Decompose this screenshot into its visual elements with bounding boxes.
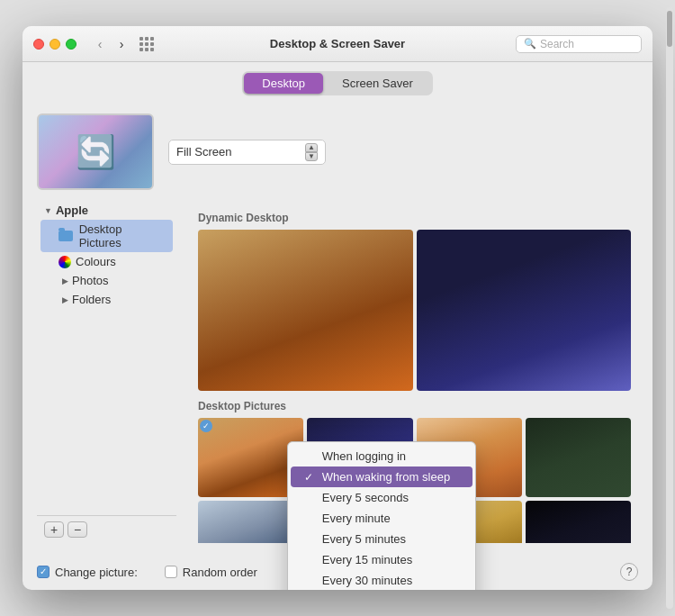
dropdown-item-logging-in[interactable]: When logging in — [288, 446, 475, 467]
tab-group: Desktop Screen Saver — [242, 71, 432, 95]
folder-icon — [58, 231, 73, 241]
window-title: Desktop & Screen Saver — [270, 37, 405, 50]
dropdown-item-5min[interactable]: Every 5 minutes — [288, 529, 475, 549]
dynamic-desktop-title: Dynamic Desktop — [198, 212, 631, 224]
folders-triangle: ▶ — [62, 295, 68, 304]
colours-icon — [58, 256, 71, 268]
preview-thumbnail: 🔄 — [37, 113, 154, 190]
search-box[interactable]: 🔍 — [516, 35, 642, 53]
dropdown-item-waking[interactable]: ✓ When waking from sleep — [291, 467, 472, 487]
dropdown-item-15min[interactable]: Every 15 minutes — [288, 549, 475, 570]
gallery-thumb-4[interactable] — [526, 418, 631, 497]
photos-triangle: ▶ — [62, 276, 68, 285]
sidebar-item-desktop-pictures[interactable]: Desktop Pictures — [40, 220, 173, 252]
stepper-up[interactable]: ▲ — [305, 143, 318, 152]
minimize-button[interactable] — [50, 39, 60, 50]
tabs-bar: Desktop Screen Saver — [22, 62, 652, 103]
dropdown-menu: When logging in ✓ When waking from sleep… — [287, 441, 476, 590]
sidebar-item-photos[interactable]: ▶ Photos — [37, 271, 176, 290]
photos-label: Photos — [72, 274, 108, 287]
forward-arrow[interactable]: › — [112, 35, 130, 53]
random-order-row: Random order — [165, 566, 257, 579]
sidebar: ▼ Apple Desktop Pictures Colours ▶ Photo… — [37, 201, 176, 543]
tab-screen-saver[interactable]: Screen Saver — [324, 73, 431, 94]
desktop-pictures-label: Desktop Pictures — [79, 222, 166, 249]
stepper-down[interactable]: ▼ — [305, 152, 318, 161]
fill-screen-select[interactable]: Fill Screen ▲ ▼ — [168, 140, 326, 165]
search-icon: 🔍 — [524, 38, 536, 50]
dropdown-item-5sec[interactable]: Every 5 seconds — [288, 487, 475, 508]
sidebar-apple-section[interactable]: ▼ Apple — [37, 201, 176, 220]
change-picture-label: Change picture: — [55, 566, 138, 579]
dynamic-desktop-grid — [198, 230, 631, 391]
random-order-checkbox[interactable] — [165, 566, 177, 578]
sidebar-item-folders[interactable]: ▶ Folders — [37, 290, 176, 309]
fill-screen-label: Fill Screen — [176, 145, 231, 159]
gallery-thumb-dd1[interactable] — [198, 230, 413, 391]
titlebar: ‹ › Desktop & Screen Saver 🔍 — [22, 26, 652, 62]
traffic-lights — [33, 39, 76, 50]
sidebar-content: ▼ Apple Desktop Pictures Colours ▶ Photo… — [37, 201, 176, 515]
sidebar-apple-label: Apple — [56, 204, 88, 217]
tab-desktop[interactable]: Desktop — [244, 73, 323, 94]
sidebar-item-colours[interactable]: Colours — [37, 252, 176, 271]
colours-label: Colours — [76, 255, 116, 268]
main-window: ‹ › Desktop & Screen Saver 🔍 Desktop Scr… — [22, 26, 652, 590]
grid-icon[interactable] — [140, 37, 154, 51]
remove-source-button[interactable]: − — [68, 521, 87, 538]
sidebar-footer: + − — [37, 515, 176, 543]
bottom-bar: Change picture: When logging in ✓ When w… — [22, 557, 652, 590]
fill-screen-stepper[interactable]: ▲ ▼ — [305, 143, 318, 161]
help-button[interactable]: ? — [620, 563, 638, 581]
search-input[interactable] — [540, 38, 634, 50]
check-waking: ✓ — [302, 471, 315, 484]
preview-section: 🔄 Fill Screen ▲ ▼ — [22, 103, 652, 201]
back-arrow[interactable]: ‹ — [91, 35, 109, 53]
folders-label: Folders — [72, 293, 111, 306]
random-order-label: Random order — [183, 566, 257, 579]
add-source-button[interactable]: + — [44, 521, 64, 538]
change-picture-row: Change picture: When logging in ✓ When w… — [37, 566, 143, 579]
nav-arrows: ‹ › — [91, 35, 130, 53]
triangle-icon: ▼ — [44, 206, 52, 215]
gallery-thumb-8[interactable] — [526, 501, 631, 543]
desktop-pictures-title: Desktop Pictures — [198, 400, 631, 412]
dropdown-item-30min[interactable]: Every 30 minutes — [288, 570, 475, 590]
close-button[interactable] — [33, 39, 44, 50]
dropdown-item-1min[interactable]: Every minute — [288, 508, 475, 529]
preview-icon: 🔄 — [76, 133, 116, 171]
change-picture-checkbox[interactable] — [37, 566, 50, 578]
gallery-thumb-dd2[interactable] — [417, 230, 632, 391]
maximize-button[interactable] — [66, 39, 76, 50]
